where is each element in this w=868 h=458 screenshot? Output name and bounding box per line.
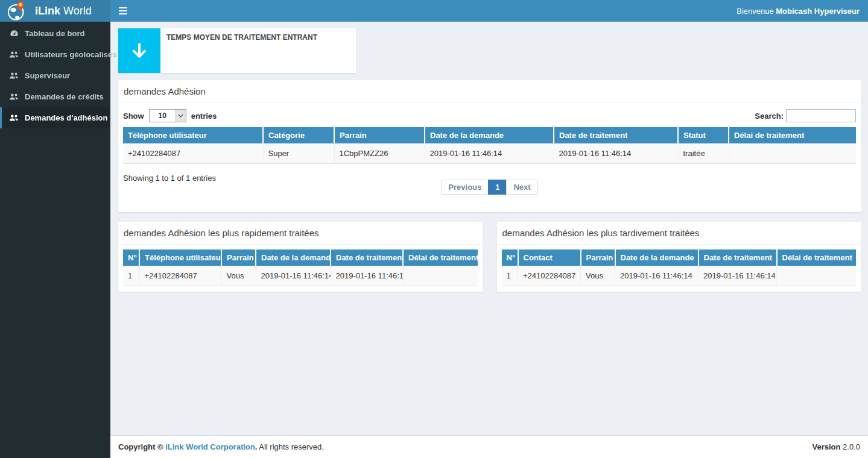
col-header-parrain[interactable]: Parrain — [221, 249, 256, 266]
table-header-row: Téléphone utilisateur Catégorie Parrain … — [123, 127, 856, 143]
col-header-statut[interactable]: Statut — [678, 127, 729, 143]
panel-rapidement-traitees: demandes Adhésion les plus rapidement tr… — [118, 222, 483, 292]
users-icon — [9, 72, 19, 80]
cell-date-traitement: 2019-01-16 11:46:14 — [554, 143, 678, 164]
sidebar-item-superviseur[interactable]: Superviseur — [0, 65, 110, 86]
panel-title: demandes Adhésion les plus rapidement tr… — [118, 222, 483, 245]
sidebar-item-label: Utilisateurs géolocalisés — [25, 50, 116, 59]
col-header-telephone[interactable]: Téléphone utilisateur — [139, 249, 221, 266]
cell-parrain: Vous — [581, 266, 615, 286]
cell-delai — [403, 266, 478, 286]
rapidement-traitees-table: N° Téléphone utilisateur Parrain Date de… — [123, 249, 478, 286]
sidebar-item-demandes-dadhesion[interactable]: Demandes d'adhésion — [0, 107, 110, 128]
col-header-delai[interactable]: Délai de traitement — [729, 127, 856, 143]
svg-text:$: $ — [19, 2, 22, 6]
info-box-title: TEMPS MOYEN DE TRAITEMENT ENTRANT — [166, 33, 317, 42]
panel-title: demandes Adhésion — [118, 80, 861, 103]
sidebar-item-demandes-de-credits[interactable]: Demandes de crédits — [0, 86, 110, 107]
brand-title: iLink World — [35, 5, 92, 17]
cell-telephone: +24102284087 — [139, 266, 221, 286]
search-label: Search: — [755, 111, 784, 121]
table-row: 1 +24102284087 Vous 2019-01-16 11:46:14 … — [123, 266, 478, 286]
top-navbar: Bienvenue Mobicash Hyperviseur — [110, 0, 868, 22]
cell-categorie: Super — [263, 143, 334, 164]
col-header-date-traitement[interactable]: Date de traitement — [699, 249, 777, 266]
panel-title: demandes Adhésion les plus tardivement t… — [497, 222, 861, 245]
table-search-control: Search: — [755, 109, 856, 122]
cell-numero: 1 — [502, 266, 518, 286]
col-header-date-demande[interactable]: Date de la demande — [425, 127, 554, 143]
tardivement-traitees-table: N° Contact Parrain Date de la demande Da… — [502, 249, 857, 286]
copyright-text: Copyright © iLink World Corporation. All… — [118, 442, 324, 451]
sidebar-item-label: Demandes de crédits — [25, 92, 104, 101]
cell-date-demande: 2019-01-16 11:46:14 — [615, 266, 699, 286]
sidebar-item-label: Demandes d'adhésion — [25, 113, 107, 122]
search-input[interactable] — [786, 109, 856, 122]
page-length-select[interactable]: 10 — [149, 109, 186, 122]
brand-logo[interactable]: $ iLink World — [0, 0, 110, 22]
col-header-date-traitement[interactable]: Date de traitement — [331, 249, 403, 266]
company-link[interactable]: iLink World Corporation — [165, 442, 255, 451]
cell-parrain: Vous — [221, 266, 256, 286]
users-icon — [9, 93, 19, 101]
sidebar-item-tableau-de-bord[interactable]: Tableau de bord — [0, 23, 110, 44]
table-header-row: N° Téléphone utilisateur Parrain Date de… — [123, 249, 478, 266]
col-header-date-traitement[interactable]: Date de traitement — [554, 127, 678, 143]
cell-contact: +24102284087 — [518, 266, 581, 286]
cell-delai — [729, 143, 856, 164]
sidebar-item-label: Superviseur — [25, 71, 70, 80]
arrow-down-icon — [118, 28, 160, 73]
hamburger-icon — [119, 7, 127, 14]
col-header-telephone[interactable]: Téléphone utilisateur — [123, 127, 263, 143]
cell-delai — [777, 266, 857, 286]
col-header-delai[interactable]: Délai de traitement — [403, 249, 478, 266]
table-length-control: Show 10 entries — [123, 109, 217, 122]
col-header-delai[interactable]: Délai de traitement — [777, 249, 857, 266]
sidebar: Tableau de bord Utilisateurs géolocalisé… — [0, 22, 110, 458]
users-icon — [9, 114, 19, 122]
panel-tardivement-traitees: demandes Adhésion les plus tardivement t… — [497, 222, 861, 292]
dashboard-icon — [9, 29, 19, 38]
table-header-row: N° Contact Parrain Date de la demande Da… — [502, 249, 857, 266]
col-header-date-demande[interactable]: Date de la demande — [256, 249, 331, 266]
pagination: Previous 1 Next — [441, 180, 537, 195]
col-header-numero[interactable]: N° — [502, 249, 518, 266]
cell-date-demande: 2019-01-16 11:46:14 — [256, 266, 331, 286]
cell-numero: 1 — [123, 266, 139, 286]
cell-date-traitement: 2019-01-16 11:46:14 — [331, 266, 403, 286]
cell-parrain: 1CbpPMZZ26 — [334, 143, 425, 164]
pagination-page-1-button[interactable]: 1 — [488, 180, 507, 195]
col-header-categorie[interactable]: Catégorie — [263, 127, 334, 143]
sidebar-toggle-button[interactable] — [110, 0, 136, 22]
table-info-text: Showing 1 to 1 of 1 entries — [123, 174, 216, 183]
page-length-value: 10 — [150, 110, 176, 122]
content-wrapper: TEMPS MOYEN DE TRAITEMENT ENTRANT demand… — [110, 22, 868, 458]
chevron-down-icon — [176, 110, 186, 122]
entries-label: entries — [191, 111, 217, 121]
sidebar-item-label: Tableau de bord — [25, 29, 84, 38]
col-header-contact[interactable]: Contact — [518, 249, 581, 266]
col-header-parrain[interactable]: Parrain — [581, 249, 615, 266]
cell-statut: traitée — [678, 143, 729, 164]
cell-telephone: +24102284087 — [123, 143, 263, 164]
globe-pin-logo-icon: $ — [6, 1, 27, 22]
main-footer: Copyright © iLink World Corporation. All… — [110, 435, 868, 458]
table-row: 1 +24102284087 Vous 2019-01-16 11:46:14 … — [502, 266, 857, 286]
welcome-text: Bienvenue Mobicash Hyperviseur — [737, 7, 860, 16]
pagination-previous-button[interactable]: Previous — [441, 180, 489, 195]
users-icon — [9, 51, 19, 58]
col-header-parrain[interactable]: Parrain — [334, 127, 425, 143]
table-row: +24102284087 Super 1CbpPMZZ26 2019-01-16… — [123, 143, 856, 164]
sidebar-item-utilisateurs-geolocalises[interactable]: Utilisateurs géolocalisés — [0, 44, 110, 65]
main-header: $ iLink World Bienvenue Mobicash Hypervi… — [0, 0, 868, 22]
col-header-numero[interactable]: N° — [123, 249, 139, 266]
demandes-adhesion-table: Téléphone utilisateur Catégorie Parrain … — [123, 127, 856, 164]
cell-date-demande: 2019-01-16 11:46:14 — [425, 143, 554, 164]
panel-demandes-adhesion: demandes Adhésion Show 10 entries — [118, 80, 861, 212]
pagination-next-button[interactable]: Next — [506, 180, 537, 195]
version-text: Version 2.0.0 — [812, 442, 860, 451]
col-header-date-demande[interactable]: Date de la demande — [615, 249, 699, 266]
cell-date-traitement: 2019-01-16 11:46:14 — [699, 266, 777, 286]
info-box-temps-moyen: TEMPS MOYEN DE TRAITEMENT ENTRANT — [118, 28, 356, 73]
show-label: Show — [123, 111, 144, 121]
